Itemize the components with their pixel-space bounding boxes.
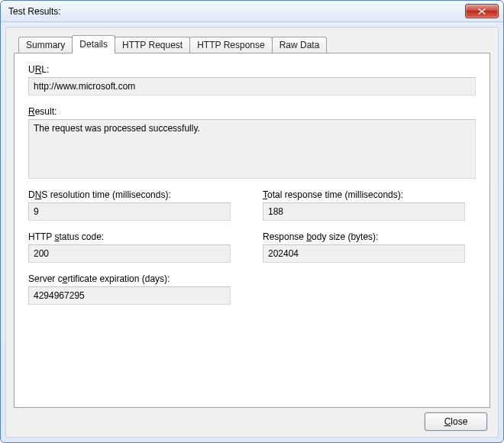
client-area: Summary Details HTTP Request HTTP Respon… bbox=[5, 27, 499, 438]
httpstatus-value[interactable]: 200 bbox=[28, 244, 231, 263]
close-icon bbox=[477, 8, 486, 15]
result-section: Result: The request was processed succes… bbox=[28, 106, 476, 179]
tabstrip: Summary Details HTTP Request HTTP Respon… bbox=[18, 35, 490, 53]
dns-value[interactable]: 9 bbox=[28, 202, 231, 221]
dialog-footer: Close bbox=[14, 408, 490, 431]
bodysize-value[interactable]: 202404 bbox=[263, 244, 465, 263]
tab-http-request[interactable]: HTTP Request bbox=[115, 37, 190, 53]
cert-section: Server certificate expiration (days): 42… bbox=[28, 273, 476, 305]
dns-label: DNS resolution time (milliseconds): bbox=[28, 189, 241, 200]
url-label: URL: bbox=[28, 64, 476, 75]
titlebar: Test Results: bbox=[1, 1, 503, 22]
result-value[interactable]: The request was processed successfully. bbox=[28, 119, 476, 179]
tab-details[interactable]: Details bbox=[72, 35, 115, 53]
close-button[interactable]: Close bbox=[425, 412, 487, 431]
total-label: Total response time (milliseconds): bbox=[263, 189, 476, 200]
cert-value[interactable]: 4294967295 bbox=[28, 286, 231, 305]
row-dns-total: DNS resolution time (milliseconds): 9 To… bbox=[28, 189, 476, 221]
total-value[interactable]: 188 bbox=[263, 202, 465, 221]
url-value[interactable]: http://www.microsoft.com bbox=[28, 77, 476, 95]
tab-summary[interactable]: Summary bbox=[18, 37, 73, 53]
url-section: URL: http://www.microsoft.com bbox=[28, 64, 476, 95]
tab-http-response[interactable]: HTTP Response bbox=[189, 37, 272, 53]
bodysize-label: Response body size (bytes): bbox=[263, 231, 476, 242]
row-status-bodysize: HTTP status code: 200 Response body size… bbox=[28, 231, 476, 263]
cert-label: Server certificate expiration (days): bbox=[28, 273, 476, 284]
bodysize-section: Response body size (bytes): 202404 bbox=[263, 231, 476, 263]
dns-section: DNS resolution time (milliseconds): 9 bbox=[28, 189, 241, 221]
tab-raw-data[interactable]: Raw Data bbox=[272, 37, 328, 53]
tabpanel-details: URL: http://www.microsoft.com Result: Th… bbox=[14, 53, 490, 408]
window-close-button[interactable] bbox=[465, 4, 499, 18]
dialog-window: Test Results: Summary Details HTTP Reque… bbox=[0, 0, 504, 443]
window-title: Test Results: bbox=[8, 6, 465, 17]
total-section: Total response time (milliseconds): 188 bbox=[263, 189, 476, 221]
httpstatus-label: HTTP status code: bbox=[28, 231, 241, 242]
httpstatus-section: HTTP status code: 200 bbox=[28, 231, 241, 263]
result-label: Result: bbox=[28, 106, 476, 117]
